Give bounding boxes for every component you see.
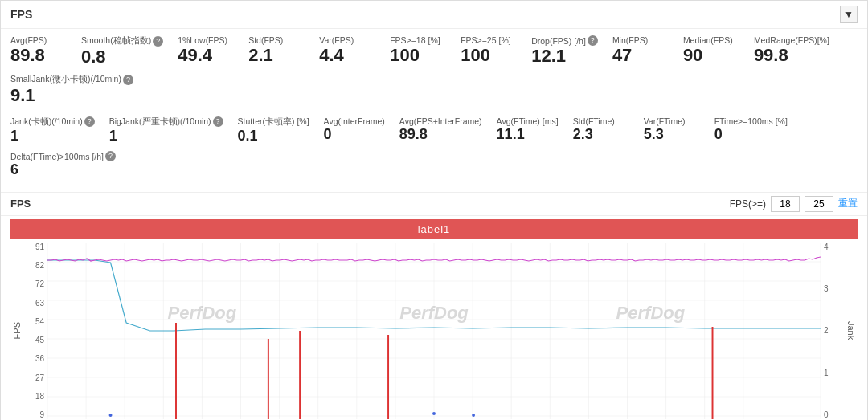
stat-std-fps: Std(FPS)2.1 [248, 35, 305, 67]
stat-avg-fps: Avg(FPS)89.8 [10, 35, 67, 67]
fps18-input[interactable] [771, 196, 800, 212]
stat-value-fps25: 100 [461, 45, 517, 66]
y-axis-right: 43210 [821, 243, 845, 419]
stat-var-fps: Var(FPS)4.4 [319, 35, 375, 67]
help-icon-smalljank[interactable]: ? [123, 75, 133, 85]
y-axis-right-label: Jank [845, 321, 858, 340]
y-axis-left: 9182726354453627189 [23, 243, 47, 419]
y-axis-tick-left: 82 [35, 261, 44, 270]
chart-svg [47, 243, 821, 419]
svg-point-37 [472, 414, 475, 417]
help-icon-smooth[interactable]: ? [153, 36, 163, 47]
stat-smalljank: SmallJank(微小卡顿)(/10min)?9.1 [10, 74, 133, 106]
stat-value-min-fps: 47 [612, 45, 669, 66]
stat-value-stutter: 0.1 [238, 128, 309, 145]
help-icon-delta-ftime[interactable]: ? [105, 151, 116, 161]
stat-value-medrange-fps: 99.8 [754, 45, 829, 66]
stat-avg-interframe: Avg(InterFrame)0 [324, 116, 385, 145]
panel-title: FPS [10, 8, 32, 21]
fps-threshold-label: FPS(>=) [730, 198, 766, 210]
stat-avg-ftime: Avg(FTime) [ms]11.1 [497, 116, 559, 145]
stat-low1pct: 1%Low(FPS)49.4 [178, 35, 234, 67]
stat-fps18: FPS>=18 [%]100 [390, 35, 446, 67]
help-icon-drop-fps[interactable]: ? [588, 35, 598, 46]
stat-jank: Jank(卡顿)(/10min)?1 [10, 116, 95, 145]
y-axis-tick-left: 36 [35, 354, 44, 363]
stat-value-drop-fps: 12.1 [531, 46, 598, 67]
collapse-button[interactable]: ▼ [840, 6, 858, 23]
stat-value-avg-ftime: 11.1 [497, 126, 559, 144]
help-icon-bigjank[interactable]: ? [213, 116, 223, 127]
stat-stutter: Stutter(卡顿率) [%]0.1 [238, 116, 309, 145]
label-bar: label1 [10, 219, 858, 239]
stat-avg-fps-interframe: Avg(FPS+InterFrame)89.8 [399, 116, 482, 145]
y-axis-tick-right: 1 [824, 369, 829, 377]
stats-section-1: Avg(FPS)89.8Smooth(稳帧指数)?0.81%Low(FPS)49… [1, 29, 867, 193]
y-axis-tick-left: 45 [35, 336, 44, 345]
stat-ftime100: FTime>=100ms [%]0 [714, 116, 788, 145]
stat-fps25: FPS>=25 [%]100 [461, 35, 517, 67]
stats-row-1: Avg(FPS)89.8Smooth(稳帧指数)?0.81%Low(FPS)49… [10, 35, 858, 113]
chart-wrapper: FPS 9182726354453627189 PerfDog PerfDog … [10, 243, 858, 419]
y-axis-tick-left: 63 [35, 299, 44, 308]
stat-smooth: Smooth(稳帧指数)?0.8 [81, 35, 163, 67]
stat-value-avg-fps: 89.8 [10, 45, 67, 66]
y-axis-tick-left: 54 [35, 317, 44, 326]
chart-section-title: FPS [10, 198, 31, 210]
stat-value-median-fps: 90 [683, 45, 739, 66]
stat-std-ftime: Std(FTime)2.3 [573, 116, 629, 145]
stat-value-var-fps: 4.4 [319, 45, 375, 66]
y-axis-tick-right: 4 [824, 243, 829, 251]
stat-var-ftime: Var(FTime)5.3 [644, 116, 700, 145]
stat-delta-ftime: Delta(FTime)>100ms [/h]?6 [10, 151, 116, 179]
stat-value-avg-interframe: 0 [324, 126, 385, 144]
y-axis-left-label: FPS [10, 322, 23, 339]
stat-medrange-fps: MedRange(FPS)[%]99.8 [754, 35, 829, 67]
svg-point-36 [432, 412, 436, 415]
fps25-input[interactable] [805, 196, 833, 212]
stat-bigjank: BigJank(严重卡顿)(/10min)?1 [109, 116, 223, 145]
help-icon-jank[interactable]: ? [84, 116, 95, 127]
stat-value-var-ftime: 5.3 [644, 126, 700, 144]
stat-value-std-fps: 2.1 [248, 45, 305, 66]
y-axis-tick-left: 9 [39, 410, 44, 419]
stat-value-fps18: 100 [390, 45, 446, 66]
y-axis-tick-right: 3 [824, 284, 829, 293]
main-chart: PerfDog PerfDog PerfDog [47, 243, 821, 419]
stat-value-ftime100: 0 [714, 126, 788, 144]
stat-value-smalljank: 9.1 [10, 85, 133, 106]
stat-median-fps: Median(FPS)90 [683, 35, 739, 67]
stat-min-fps: Min(FPS)47 [612, 35, 669, 67]
y-axis-tick-left: 27 [35, 373, 44, 382]
stat-value-bigjank: 1 [109, 128, 223, 145]
stat-value-delta-ftime: 6 [10, 161, 116, 179]
stat-value-low1pct: 49.4 [178, 45, 234, 66]
y-axis-tick-left: 72 [35, 279, 44, 288]
stat-value-smooth: 0.8 [81, 47, 163, 67]
fps-threshold-control: FPS(>=) 重置 [730, 196, 858, 212]
fps-panel: FPS ▼ Avg(FPS)89.8Smooth(稳帧指数)?0.81%Low(… [0, 0, 868, 420]
y-axis-tick-left: 18 [35, 392, 44, 401]
stat-value-jank: 1 [10, 128, 95, 145]
chart-controls: FPS FPS(>=) 重置 [1, 193, 867, 216]
stat-value-std-ftime: 2.3 [573, 126, 629, 144]
stats-row-2: Jank(卡顿)(/10min)?1BigJank(严重卡顿)(/10min)?… [10, 116, 858, 186]
panel-header: FPS ▼ [1, 1, 867, 29]
y-axis-tick-right: 0 [824, 410, 829, 419]
chart-area: label1 FPS 9182726354453627189 PerfDog P… [1, 219, 867, 420]
stat-value-avg-fps-interframe: 89.8 [399, 126, 482, 144]
y-axis-tick-left: 91 [35, 243, 44, 251]
svg-point-35 [109, 414, 113, 417]
y-axis-tick-right: 2 [824, 326, 829, 335]
stat-drop-fps: Drop(FPS) [/h]?12.1 [531, 35, 598, 67]
reset-button[interactable]: 重置 [838, 197, 858, 210]
